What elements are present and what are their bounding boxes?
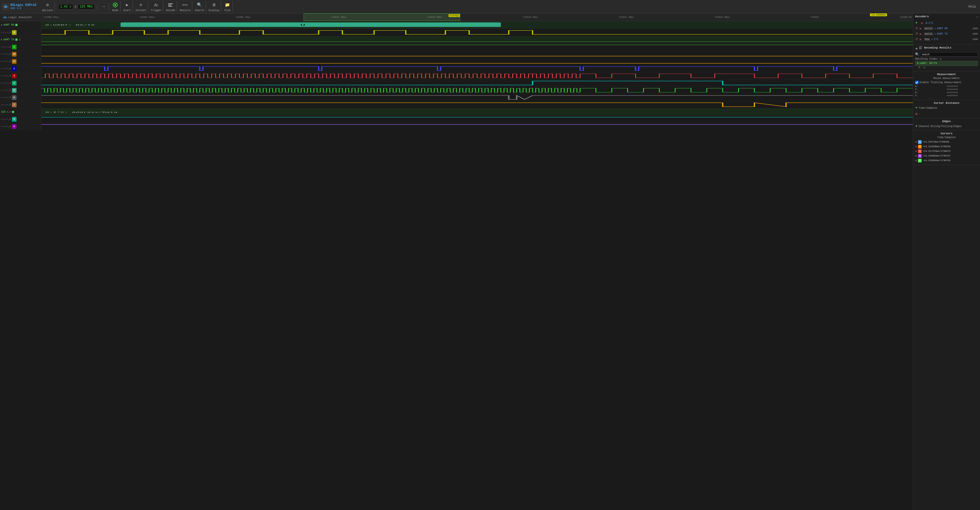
instant-btn-group[interactable]: ⊙ Instant (135, 1, 146, 12)
channel-row-uart-tx: ▶ UART TX D 1 (0, 36, 913, 43)
x-btn-2[interactable]: ✕ (919, 32, 923, 36)
enable-floating-checkbox[interactable] (915, 81, 918, 84)
measure-label: Measure (180, 9, 191, 12)
back-btn[interactable]: ◀ (915, 46, 917, 51)
cursor-x-3[interactable]: ✕ (915, 149, 917, 153)
svg-rect-0 (4, 6, 5, 7)
decoder-pct-3: 100% (972, 38, 978, 41)
ts-10: +14328.96 (899, 16, 912, 19)
display-btn-group[interactable]: 🖥 Display (208, 1, 220, 12)
start-icon[interactable]: ▶ (124, 1, 131, 8)
clock-icon-3: ⏱ (915, 37, 918, 41)
clock-icon-1: ⏱ (915, 27, 918, 30)
instant-icon[interactable]: ⊙ (137, 1, 145, 8)
decode-badge-i2c: D (12, 111, 14, 113)
options-icon[interactable]: ⚙ (44, 1, 51, 8)
cursor-x-4[interactable]: ✕ (915, 154, 917, 158)
svg-rect-8 (168, 6, 172, 7)
decoder-close-icon[interactable]: ✕ (976, 16, 978, 19)
waveform-rx (41, 29, 913, 36)
edges-section: Edges + Channel Rising/Falling/Edges (913, 118, 980, 130)
start-btn-group[interactable]: ▶ Start (123, 1, 131, 12)
ch-num-rd: 3 (12, 74, 16, 78)
help-button[interactable]: Help (966, 5, 978, 8)
trigger-icon[interactable] (153, 1, 160, 8)
arrow-icon[interactable]: → (100, 3, 107, 10)
cursor-dist-remove-btn[interactable]: ✕ (915, 111, 918, 116)
toolbar: DSLogic U3Pro3 USB 3.0 ⚙ Options 1.43 s … (0, 0, 980, 13)
cursor-x-5[interactable]: ✕ (915, 159, 917, 162)
svg-rect-16 (6, 17, 7, 18)
trigger-btn-group[interactable]: Trigger (151, 1, 161, 12)
search-btn-group[interactable]: 🔍 Search (195, 1, 204, 12)
p-label: P: (915, 88, 947, 91)
mode-section: Mode (110, 1, 121, 12)
x-btn-3[interactable]: ✕ (919, 37, 923, 41)
logo-area: DSLogic U3Pro3 USB 3.0 (2, 3, 37, 10)
channel-row-i2c: I2C 8,9 D 0:I²C: Address/Data (0, 108, 913, 116)
at-symbol: @ (75, 5, 76, 8)
decoder-ascii-label-2: ascii (924, 33, 933, 35)
freq-display[interactable]: 125 MHz (78, 4, 95, 9)
logic-analyzer-title: Logic Analyzer (1, 13, 42, 21)
channel-row-scl: ⌐¬_⌐¬_X 9 (0, 123, 913, 130)
display-icon[interactable]: 🖥 (210, 1, 218, 8)
result-item[interactable]: 0:UART: RX/TX (915, 61, 978, 66)
file-btn-group[interactable]: 📁 File (224, 1, 231, 12)
mode-icon[interactable] (111, 1, 119, 8)
results-icon (919, 46, 923, 51)
decoder-row-hex-i2c: ⏱ ✕ hex ▾ I²C 100% (915, 37, 978, 41)
result-sub-text: 0 (917, 66, 920, 69)
x-btn-1[interactable]: ✕ (919, 26, 923, 31)
waveform-scroll-area[interactable]: ▶ UART RX D 0:UART: RX/TX U ⌐¬_⌐¬_X 0 (0, 21, 913, 510)
channel-row-sda: ⌐¬_⌐¬_X 8 (0, 116, 913, 123)
ch-label-tx: ⌐¬_⌐¬_X 1 (0, 43, 41, 50)
result-u-text: U (924, 66, 925, 69)
ch-label-cts: ⌐¬_⌐¬_X 11 (0, 58, 41, 65)
ch-label-phi2: ⌐¬_⌐¬_X 5 (0, 87, 41, 94)
measure-btn-group[interactable]: Measure (180, 1, 191, 12)
time-display[interactable]: 1.43 s (58, 4, 73, 9)
ts-3: +14309.76μs (235, 16, 250, 19)
device-name: DSLogic U3Pro3 (10, 3, 37, 7)
start-section: ▶ Start (122, 1, 133, 12)
cursor-dist-add-btn[interactable]: + (915, 106, 918, 110)
channel-row-vpb: ⌐¬_⌐¬_X 6 (0, 94, 913, 101)
search-toolbar-icon[interactable]: 🔍 (196, 1, 203, 8)
svg-rect-15 (5, 16, 6, 18)
cursor-num-1: 1 (918, 140, 922, 144)
svg-text:0:UART: RX/TX: 0:UART: RX/TX (45, 24, 95, 26)
waveform-sda (41, 116, 913, 123)
svg-rect-2 (6, 6, 7, 8)
triangle-icon: ▶ (1, 24, 2, 26)
search-input[interactable] (920, 52, 978, 57)
measure-icon[interactable] (181, 1, 189, 8)
instant-label: Instant (135, 9, 146, 12)
ch-num-vpb: 6 (12, 95, 16, 100)
timescale-labels: +14305.92μs +14307.84μs +14309.76μs +143… (42, 13, 913, 21)
result-sub: 0 U (915, 66, 978, 70)
channel-row-intr: ⌐¬_⌐¬_X 4 (0, 79, 913, 87)
d-label: D: (915, 91, 947, 94)
mouse-measurement-title: Mouse measurement (915, 77, 978, 80)
decoder-ascii-label-1: ascii (924, 27, 933, 30)
cursor-x-2[interactable]: ✕ (915, 145, 917, 148)
ch-icon-tx: ⌐¬_⌐¬_X (1, 46, 11, 48)
ch-num-intr: 4 (12, 81, 16, 86)
edges-add-btn[interactable]: + (915, 124, 918, 129)
ch-label-i2c: I2C 8,9 D (0, 108, 41, 116)
decoder-i2c-ch-label: I²C (934, 38, 939, 41)
add-decoder-btn[interactable]: + (915, 21, 920, 25)
cursor-x-1[interactable]: ✕ (915, 140, 917, 144)
file-icon[interactable]: 📁 (224, 1, 231, 8)
x-decoder-btn[interactable]: ✕ (921, 21, 924, 25)
mode-btn-group[interactable]: Mode (111, 1, 119, 12)
decode-btn-group[interactable]: Decode (166, 1, 175, 12)
decoder-i2c-label: 0:I²C (926, 22, 933, 25)
options-btn-group[interactable]: ⚙ Options (42, 1, 53, 12)
cursor-num-5: 5 (918, 159, 922, 162)
instant-section: ⊙ Instant (134, 1, 148, 12)
svg-text:U: U (301, 24, 305, 26)
matching-items-count: 1 (940, 57, 942, 60)
decode-icon[interactable] (167, 1, 174, 8)
